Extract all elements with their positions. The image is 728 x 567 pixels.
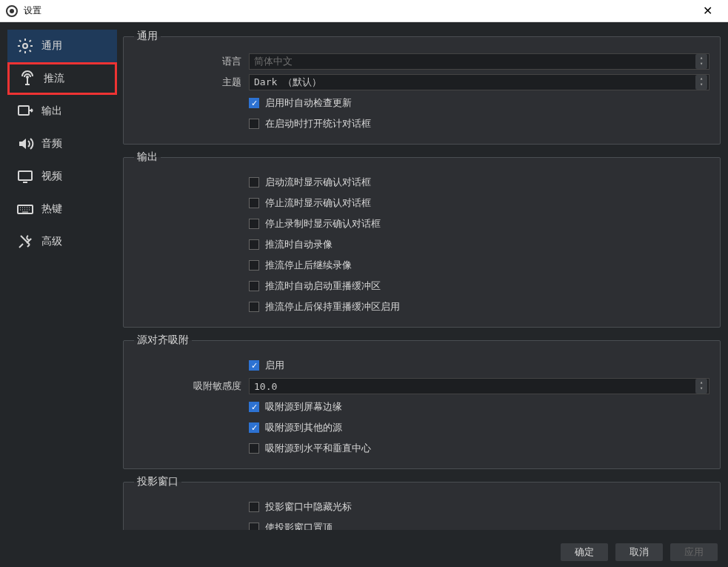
check-updates-checkbox[interactable] bbox=[249, 98, 259, 108]
stop-record-confirm-checkbox[interactable] bbox=[249, 219, 259, 229]
svg-rect-2 bbox=[19, 106, 29, 115]
svg-point-0 bbox=[23, 44, 27, 48]
gear-icon bbox=[15, 36, 36, 56]
snap-enable-label: 启用 bbox=[265, 359, 284, 372]
svg-rect-3 bbox=[19, 171, 32, 180]
spinner-arrows-icon[interactable]: ▴▾ bbox=[695, 379, 707, 394]
projector-on-top-checkbox[interactable] bbox=[249, 523, 259, 530]
snap-screen-checkbox[interactable] bbox=[249, 402, 259, 412]
footer: 确定 取消 应用 bbox=[0, 537, 728, 567]
sidebar-item-label: 视频 bbox=[41, 170, 62, 183]
group-title: 源对齐吸附 bbox=[134, 334, 192, 347]
svg-point-1 bbox=[27, 76, 28, 78]
check-updates-label: 启用时自动检查更新 bbox=[265, 96, 352, 110]
sidebar-item-label: 热键 bbox=[41, 202, 62, 216]
app-icon bbox=[6, 5, 18, 17]
auto-record-checkbox[interactable] bbox=[249, 239, 259, 250]
snap-screen-label: 吸附源到屏幕边缘 bbox=[265, 400, 342, 414]
sidebar-item-video[interactable]: 视频 bbox=[7, 160, 117, 193]
stop-stream-confirm-checkbox[interactable] bbox=[249, 198, 259, 208]
sidebar: 通用 推流 输出 音频 bbox=[7, 30, 117, 530]
window-body: 通用 推流 输出 音频 bbox=[0, 22, 728, 567]
language-select[interactable]: 简体中文 ▴▾ bbox=[249, 53, 709, 70]
close-icon[interactable]: ✕ bbox=[692, 4, 722, 18]
audio-icon bbox=[15, 133, 36, 154]
open-stats-label: 在启动时打开统计对话框 bbox=[265, 117, 371, 130]
group-title: 输出 bbox=[134, 150, 161, 164]
sidebar-item-label: 推流 bbox=[44, 72, 64, 85]
ok-button[interactable]: 确定 bbox=[561, 543, 608, 561]
group-title: 投影窗口 bbox=[134, 475, 181, 488]
snap-sensitivity-value: 10.0 bbox=[254, 381, 277, 392]
chevron-up-down-icon: ▴▾ bbox=[695, 75, 707, 90]
snap-enable-checkbox[interactable] bbox=[249, 360, 259, 371]
language-value: 简体中文 bbox=[254, 55, 293, 68]
window-title: 设置 bbox=[24, 4, 41, 17]
keep-replay-label: 推流停止后保持重播缓冲区启用 bbox=[265, 300, 400, 314]
snap-sources-label: 吸附源到其他的源 bbox=[265, 421, 342, 434]
keep-replay-checkbox[interactable] bbox=[249, 302, 259, 312]
main-area: 通用 推流 输出 音频 bbox=[0, 22, 728, 537]
video-icon bbox=[15, 166, 36, 187]
language-label: 语言 bbox=[134, 55, 249, 68]
sidebar-item-stream[interactable]: 推流 bbox=[7, 62, 117, 95]
sidebar-item-label: 音频 bbox=[41, 137, 62, 150]
sidebar-item-hotkeys[interactable]: 热键 bbox=[7, 193, 117, 225]
cancel-button[interactable]: 取消 bbox=[615, 543, 663, 561]
sidebar-item-audio[interactable]: 音频 bbox=[7, 127, 117, 160]
tools-icon bbox=[15, 231, 36, 252]
sidebar-item-general[interactable]: 通用 bbox=[7, 30, 117, 62]
group-general: 通用 语言 简体中文 ▴▾ 主题 Dark （默认） bbox=[123, 30, 721, 145]
output-icon bbox=[15, 101, 36, 122]
keep-record-label: 推流停止后继续录像 bbox=[265, 259, 352, 272]
stop-record-confirm-label: 停止录制时显示确认对话框 bbox=[265, 217, 381, 231]
auto-replay-checkbox[interactable] bbox=[249, 281, 259, 291]
projector-on-top-label: 使投影窗口置顶 bbox=[265, 521, 333, 530]
sidebar-item-label: 输出 bbox=[41, 105, 62, 118]
auto-record-label: 推流时自动录像 bbox=[265, 238, 333, 251]
apply-button[interactable]: 应用 bbox=[670, 543, 718, 561]
sidebar-item-advanced[interactable]: 高级 bbox=[7, 225, 117, 258]
theme-select[interactable]: Dark （默认） ▴▾ bbox=[249, 74, 709, 90]
titlebar: 设置 ✕ bbox=[0, 0, 728, 22]
snap-center-label: 吸附源到水平和垂直中心 bbox=[265, 442, 371, 455]
broadcast-icon bbox=[17, 68, 38, 89]
start-stream-confirm-checkbox[interactable] bbox=[249, 177, 259, 188]
snap-sensitivity-input[interactable]: 10.0 ▴▾ bbox=[249, 378, 709, 394]
sidebar-item-label: 高级 bbox=[41, 235, 62, 248]
start-stream-confirm-label: 启动流时显示确认对话框 bbox=[265, 176, 371, 189]
projector-hide-cursor-label: 投影窗口中隐藏光标 bbox=[265, 500, 352, 514]
snap-sources-checkbox[interactable] bbox=[249, 422, 259, 433]
content-panel: 通用 语言 简体中文 ▴▾ 主题 Dark （默认） bbox=[123, 30, 721, 530]
keep-record-checkbox[interactable] bbox=[249, 260, 259, 271]
chevron-up-down-icon: ▴▾ bbox=[695, 54, 707, 69]
group-snapping: 源对齐吸附 启用 吸附敏感度 10.0 ▴▾ 吸附源到 bbox=[123, 334, 721, 469]
auto-replay-label: 推流时自动启动重播缓冲区 bbox=[265, 279, 381, 293]
group-projector: 投影窗口 投影窗口中隐藏光标 使投影窗口置顶 退出时保存投影窗口设置 bbox=[123, 475, 721, 530]
theme-label: 主题 bbox=[134, 76, 249, 89]
keyboard-icon bbox=[15, 199, 36, 219]
open-stats-checkbox[interactable] bbox=[249, 119, 259, 129]
projector-hide-cursor-checkbox[interactable] bbox=[249, 502, 259, 512]
snap-sensitivity-label: 吸附敏感度 bbox=[134, 379, 249, 393]
group-title: 通用 bbox=[134, 30, 161, 43]
sidebar-item-label: 通用 bbox=[41, 39, 62, 53]
stop-stream-confirm-label: 停止流时显示确认对话框 bbox=[265, 196, 371, 210]
snap-center-checkbox[interactable] bbox=[249, 443, 259, 454]
theme-value: Dark （默认） bbox=[254, 76, 321, 89]
sidebar-item-output[interactable]: 输出 bbox=[7, 95, 117, 127]
group-output: 输出 启动流时显示确认对话框 停止流时显示确认对话框 停止录制时显示确认对话框 … bbox=[123, 150, 721, 328]
